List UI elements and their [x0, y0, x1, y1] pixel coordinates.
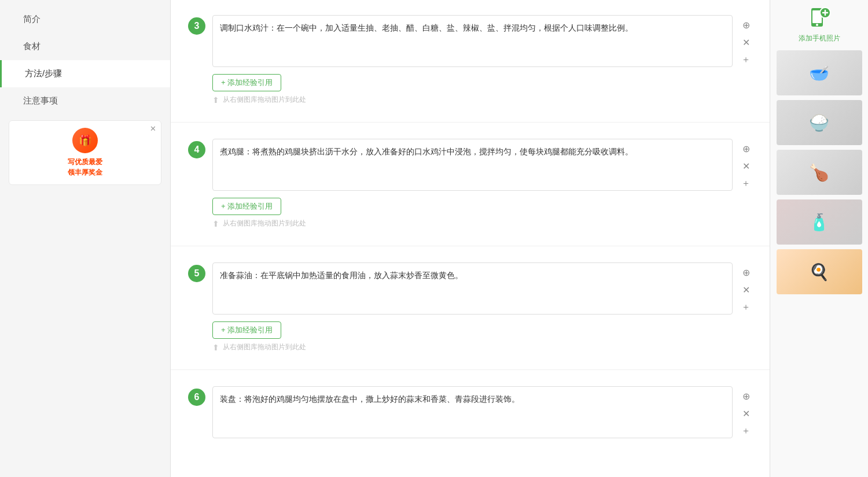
award-badge: 🎁	[72, 128, 98, 153]
award-close-button[interactable]: ✕	[150, 124, 156, 133]
upload-icon-5: ⬆	[212, 343, 219, 352]
step-3-controls: ⊕ ✕ ＋	[740, 19, 752, 66]
thumbnail-1[interactable]: 🥣	[777, 50, 862, 95]
step-6-move-icon[interactable]: ⊕	[740, 390, 752, 402]
thumbnail-5[interactable]: 🍳	[777, 249, 862, 294]
step-3-textarea[interactable]	[212, 15, 733, 67]
thumbnail-4[interactable]: 🧴	[777, 199, 862, 245]
step-4-add-icon[interactable]: ＋	[740, 177, 752, 190]
step-5-delete-icon[interactable]: ✕	[740, 283, 752, 296]
step-4-add-reference-button[interactable]: + 添加经验引用	[212, 198, 281, 215]
step-4-drag-upload[interactable]: ⬆ 从右侧图库拖动图片到此处	[212, 219, 752, 228]
step-5-drag-upload[interactable]: ⬆ 从右侧图库拖动图片到此处	[212, 342, 752, 352]
step-6-controls: ⊕ ✕ ＋	[740, 390, 752, 437]
step-3-row: 3 ⊕ ✕ ＋	[188, 15, 752, 67]
award-box: ✕ 🎁 写优质最爱 领丰厚奖金	[9, 120, 161, 185]
step-4-move-icon[interactable]: ⊕	[740, 142, 752, 155]
step-3-number: 3	[188, 17, 205, 35]
award-emoji: 🎁	[79, 134, 91, 147]
add-phone-photo-button[interactable]: 添加手机照片	[799, 6, 840, 43]
sidebar-item-intro[interactable]: 简介	[0, 6, 170, 33]
step-3-delete-icon[interactable]: ✕	[740, 36, 752, 49]
thumb-1-image: 🥣	[777, 50, 862, 95]
upload-icon: ⬆	[212, 95, 219, 105]
step-4-number: 4	[188, 141, 205, 158]
sidebar-item-ingredients[interactable]: 食材	[0, 33, 170, 60]
thumb-2-image: 🍚	[777, 100, 862, 145]
step-6-container: 6 ⊕ ✕ ＋	[171, 377, 770, 449]
step-5-container: 5 ⊕ ✕ ＋ + 添加经验引用 ⬆ 从右侧图库拖动图片到此处	[171, 253, 770, 367]
step-5-add-reference-button[interactable]: + 添加经验引用	[212, 321, 281, 339]
step-4-textarea[interactable]	[212, 139, 733, 191]
step-5-move-icon[interactable]: ⊕	[740, 266, 752, 279]
step-4-delete-icon[interactable]: ✕	[740, 160, 752, 172]
add-photo-label: 添加手机照片	[799, 34, 840, 43]
thumbnail-2[interactable]: 🍚	[777, 100, 862, 145]
award-icon-area: 🎁	[16, 128, 154, 153]
thumb-3-image: 🍗	[777, 150, 862, 195]
award-text: 写优质最爱 领丰厚奖金	[16, 157, 154, 178]
step-6-textarea[interactable]	[212, 386, 733, 438]
step-3-container: 3 ⊕ ✕ ＋ + 添加经验引用 ⬆ 从右侧图库拖动图片到此处	[171, 6, 770, 120]
sidebar-item-method[interactable]: 方法/步骤	[0, 60, 170, 87]
step-3-add-icon[interactable]: ＋	[740, 53, 752, 66]
right-panel: 添加手机照片 🥣 🍚 🍗 🧴 🍳	[770, 0, 868, 477]
step-5-controls: ⊕ ✕ ＋	[740, 266, 752, 313]
step-6-add-icon[interactable]: ＋	[740, 424, 752, 437]
step-3-move-icon[interactable]: ⊕	[740, 19, 752, 31]
upload-icon-4: ⬆	[212, 219, 219, 228]
sidebar-item-notes[interactable]: 注意事项	[0, 87, 170, 114]
svg-point-2	[816, 24, 818, 26]
step-6-delete-icon[interactable]: ✕	[740, 407, 752, 420]
step-3-drag-upload[interactable]: ⬆ 从右侧图库拖动图片到此处	[212, 95, 752, 105]
thumb-4-image: 🧴	[777, 199, 862, 245]
step-4-row: 4 ⊕ ✕ ＋	[188, 139, 752, 191]
step-6-row: 6 ⊕ ✕ ＋	[188, 386, 752, 438]
thumb-5-image: 🍳	[777, 249, 862, 294]
step-5-textarea[interactable]	[212, 262, 733, 315]
step-5-number: 5	[188, 265, 205, 282]
step-4-container: 4 ⊕ ✕ ＋ + 添加经验引用 ⬆ 从右侧图库拖动图片到此处	[171, 130, 770, 243]
main-content: 3 ⊕ ✕ ＋ + 添加经验引用 ⬆ 从右侧图库拖动图片到此处 4 ⊕ ✕ ＋	[171, 0, 770, 477]
step-4-controls: ⊕ ✕ ＋	[740, 142, 752, 190]
step-5-add-icon[interactable]: ＋	[740, 301, 752, 313]
thumbnail-3[interactable]: 🍗	[777, 150, 862, 195]
step-6-number: 6	[188, 389, 205, 406]
sidebar: 简介 食材 方法/步骤 注意事项 ✕ 🎁 写优质最爱 领丰厚奖金	[0, 0, 171, 477]
step-5-row: 5 ⊕ ✕ ＋	[188, 262, 752, 315]
add-photo-icon	[807, 6, 832, 31]
step-3-add-reference-button[interactable]: + 添加经验引用	[212, 74, 281, 91]
